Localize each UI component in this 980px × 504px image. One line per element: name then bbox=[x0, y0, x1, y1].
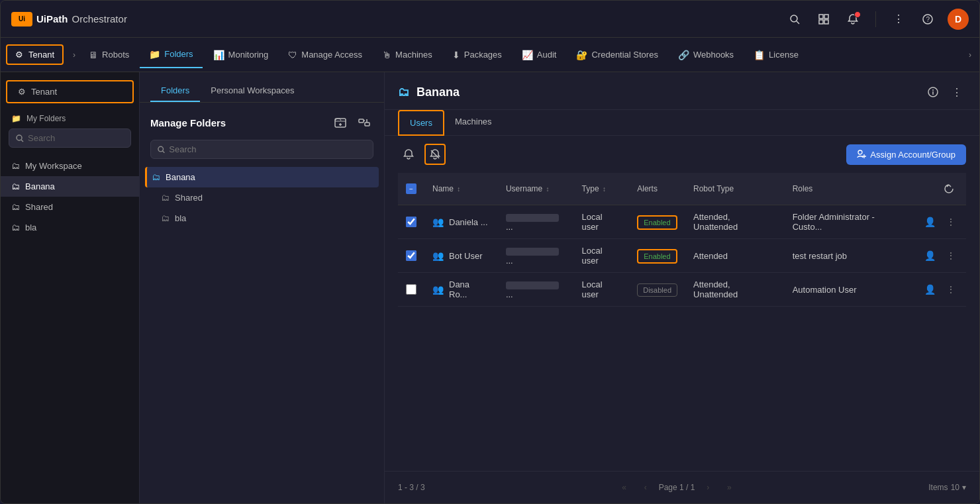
items-per-page[interactable]: Items 10 ▾ bbox=[928, 483, 966, 492]
row2-checkbox[interactable] bbox=[406, 250, 416, 261]
svg-point-0 bbox=[791, 15, 797, 22]
sidebar-search[interactable]: Search bbox=[9, 128, 131, 148]
row3-checkbox[interactable] bbox=[406, 284, 416, 295]
col-alerts-label: Alerts bbox=[637, 184, 658, 193]
row1-robot-type: Attended, Unattended bbox=[685, 205, 785, 239]
row2-name: 👥 Bot User bbox=[424, 239, 498, 273]
row1-checkbox-cell[interactable] bbox=[398, 205, 424, 239]
nav-audit[interactable]: 📈 Audit bbox=[513, 42, 566, 68]
row2-username: ... bbox=[498, 239, 574, 273]
nav-credential-stores[interactable]: 🔐 Credential Stores bbox=[567, 42, 667, 68]
nav-webhooks[interactable]: 🔗 Webhooks bbox=[669, 42, 743, 68]
page-text: Page 1 / 1 bbox=[659, 483, 695, 492]
refresh-icon[interactable] bbox=[940, 179, 958, 198]
sidebar-my-folders[interactable]: 📁 My Folders bbox=[1, 109, 139, 128]
move-folder-btn[interactable] bbox=[355, 113, 373, 132]
col-type-label: Type bbox=[582, 184, 599, 193]
sidebar-my-folders-label: My Folders bbox=[26, 114, 66, 123]
row1-username-blur bbox=[506, 214, 559, 222]
tab-users[interactable]: Users bbox=[398, 110, 444, 136]
row1-more-action-icon[interactable]: ⋮ bbox=[944, 215, 958, 228]
webhooks-icon: 🔗 bbox=[678, 50, 689, 60]
page-prev-btn[interactable]: ‹ bbox=[638, 479, 654, 495]
tab-personal-workspaces[interactable]: Personal Workspaces bbox=[200, 80, 305, 102]
nav-folders[interactable]: 📁 Folders bbox=[140, 42, 202, 68]
sidebar-item-my-workspace[interactable]: 🗂 My Workspace bbox=[1, 156, 139, 176]
info-icon[interactable] bbox=[924, 83, 942, 101]
tenant-nav-item[interactable]: ⚙ Tenant bbox=[6, 44, 64, 65]
sidebar-search-icon bbox=[16, 134, 24, 142]
sidebar-item-banana[interactable]: 🗂 Banana bbox=[1, 176, 139, 197]
row3-alerts-badge: Disabled bbox=[637, 283, 677, 297]
col-refresh[interactable] bbox=[914, 173, 966, 205]
col-username[interactable]: Username ↕ bbox=[498, 173, 574, 205]
nav-robots[interactable]: 🖥 Robots bbox=[79, 42, 138, 68]
nav-license[interactable]: 📋 License bbox=[744, 42, 808, 68]
packages-label: Packages bbox=[464, 50, 502, 60]
sidebar: ⚙ Tenant 📁 My Folders Search 🗂 My Worksp… bbox=[1, 72, 140, 503]
assign-account-group-button[interactable]: Assign Account/Group bbox=[846, 144, 966, 165]
row2-user-action-icon[interactable]: 👤 bbox=[922, 249, 938, 262]
more-icon[interactable]: ⋮ bbox=[889, 10, 908, 28]
panel-title-text: Banana bbox=[416, 85, 460, 99]
nav-packages[interactable]: ⬇ Packages bbox=[443, 42, 511, 68]
row3-more-action-icon[interactable]: ⋮ bbox=[944, 283, 958, 296]
top-bar-right: ⋮ ? D bbox=[785, 9, 969, 30]
table-row: 👥 Bot User ... Local user Enabled bbox=[398, 239, 966, 273]
main-content: ⚙ Tenant 📁 My Folders Search 🗂 My Worksp… bbox=[1, 72, 979, 503]
table-footer: 1 - 3 / 3 « ‹ Page 1 / 1 › » Items 10 ▾ bbox=[385, 471, 979, 503]
col-type[interactable]: Type ↕ bbox=[574, 173, 630, 205]
folder-item-banana[interactable]: 🗂 Banana bbox=[145, 167, 379, 187]
sidebar-item-bla[interactable]: 🗂 bla bbox=[1, 217, 139, 238]
folders-panel: Folders Personal Workspaces Manage Folde… bbox=[140, 72, 385, 503]
nav-right-chevron[interactable]: › bbox=[969, 50, 971, 60]
row2-checkbox-cell[interactable] bbox=[398, 239, 424, 273]
page-next-btn[interactable]: › bbox=[700, 479, 716, 495]
table-header-checkbox[interactable]: − bbox=[398, 173, 424, 205]
sidebar-tenant-item[interactable]: ⚙ Tenant bbox=[6, 80, 134, 103]
more-options-icon[interactable]: ⋮ bbox=[948, 83, 966, 101]
nav-monitoring[interactable]: 📊 Monitoring bbox=[204, 42, 278, 68]
col-name-label: Name bbox=[432, 184, 454, 193]
folders-search-input[interactable] bbox=[169, 144, 366, 154]
row1-user-action-icon[interactable]: 👤 bbox=[922, 215, 938, 228]
page-last-btn[interactable]: » bbox=[721, 479, 737, 495]
row2-roles: test restart job bbox=[785, 239, 914, 273]
row3-checkbox-cell[interactable] bbox=[398, 273, 424, 307]
svg-rect-3 bbox=[824, 15, 828, 19]
folder-item-bla[interactable]: 🗂 bla bbox=[145, 208, 379, 228]
tab-folders[interactable]: Folders bbox=[150, 80, 200, 102]
add-folder-btn[interactable] bbox=[331, 113, 350, 132]
manage-access-label: Manage Access bbox=[301, 50, 362, 60]
row1-name: 👥 Daniela ... bbox=[424, 205, 498, 239]
alert-icon-btn[interactable] bbox=[398, 144, 419, 165]
page-first-btn[interactable]: « bbox=[616, 479, 632, 495]
row3-actions: 👤 ⋮ bbox=[914, 273, 966, 307]
row1-checkbox[interactable] bbox=[406, 217, 416, 227]
svg-point-21 bbox=[858, 150, 862, 154]
row3-user-action-icon[interactable]: 👤 bbox=[922, 283, 938, 296]
tab-machines[interactable]: Machines bbox=[444, 110, 503, 135]
nav-bar: ⚙ Tenant › 🖥 Robots 📁 Folders 📊 Monitori… bbox=[1, 38, 979, 72]
row2-more-action-icon[interactable]: ⋮ bbox=[944, 249, 958, 262]
count-text: 1 - 3 / 3 bbox=[398, 483, 425, 492]
row2-robot-type: Attended bbox=[685, 239, 785, 273]
folders-search[interactable] bbox=[150, 140, 373, 159]
sidebar-item-shared[interactable]: 🗂 Shared bbox=[1, 197, 139, 217]
help-icon[interactable]: ? bbox=[918, 10, 937, 28]
header-checkbox-icon[interactable]: − bbox=[406, 183, 416, 194]
grid-icon[interactable] bbox=[814, 10, 833, 28]
col-robot-type: Robot Type bbox=[685, 173, 785, 205]
folder-icon: 🗂 bbox=[11, 202, 20, 212]
logo[interactable]: Ui UiPath Orchestrator bbox=[11, 12, 127, 26]
col-name[interactable]: Name ↕ bbox=[424, 173, 498, 205]
search-icon[interactable] bbox=[785, 10, 804, 28]
avatar[interactable]: D bbox=[948, 9, 969, 30]
nav-machines[interactable]: 🖱 Machines bbox=[373, 42, 442, 68]
folder-shared-icon: 🗂 bbox=[161, 193, 170, 203]
mute-icon-btn[interactable] bbox=[424, 144, 446, 165]
bell-icon[interactable] bbox=[844, 10, 862, 28]
folder-item-shared[interactable]: 🗂 Shared bbox=[145, 187, 379, 208]
nav-manage-access[interactable]: 🛡 Manage Access bbox=[279, 42, 371, 68]
robots-icon: 🖥 bbox=[89, 50, 98, 60]
